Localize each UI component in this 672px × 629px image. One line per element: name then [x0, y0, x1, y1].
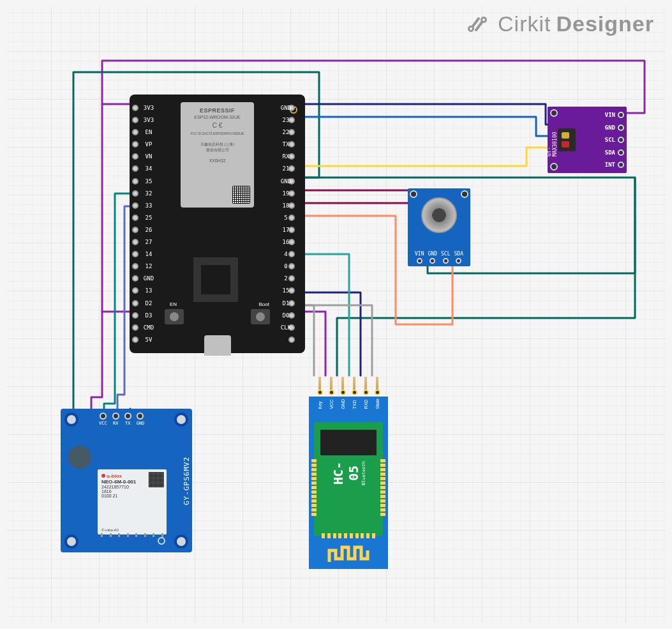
- esp32-pin-12[interactable]: 12: [132, 262, 146, 271]
- gps-pin-GND[interactable]: GND: [137, 413, 145, 426]
- esp32-pin-0[interactable]: 0: [288, 262, 302, 271]
- hc05-pin-State[interactable]: [375, 377, 380, 395]
- esp32-pin-18[interactable]: 18: [288, 201, 302, 210]
- brand-part1: Cirkit: [498, 11, 551, 36]
- max-pin-SDA[interactable]: SDA: [605, 149, 624, 156]
- esp32-pin-26[interactable]: 26: [132, 225, 146, 234]
- esp32-pin-5[interactable]: 5: [288, 213, 302, 222]
- antenna-icon: [326, 541, 371, 565]
- esp32-pin-D3[interactable]: D3: [132, 311, 146, 320]
- app-watermark: Cirkit Designer: [467, 11, 654, 36]
- max30100-model-label: GY-MAX30100: [546, 123, 558, 156]
- esp32-pin-16[interactable]: 16: [288, 238, 302, 246]
- brand-part2: Designer: [556, 11, 655, 36]
- mlx-pin-VIN[interactable]: VIN: [415, 251, 424, 264]
- hc05-pin-Key[interactable]: [317, 377, 323, 395]
- hc05-pinlabel-TXD: TXD: [352, 402, 357, 409]
- esp32-pin-D1[interactable]: D1: [288, 299, 302, 308]
- esp32-pin-35[interactable]: 35: [132, 177, 146, 186]
- gps-pin-TX[interactable]: TX: [124, 413, 131, 426]
- hc05-pin-RXD[interactable]: [363, 377, 369, 395]
- hc05-module[interactable]: KeyVCCGNDTXDRXDState HC-05 Bluetooth: [302, 377, 394, 594]
- esp32-pin-15[interactable]: 15: [288, 286, 302, 295]
- esp32-pin-3V3[interactable]: 3V3: [132, 103, 146, 112]
- esp32-pin-32[interactable]: 32: [132, 189, 146, 198]
- pulse-sensor-icon: [558, 128, 576, 151]
- boot-label: Boot: [259, 301, 269, 307]
- esp32-pin-D2[interactable]: D2: [132, 299, 146, 308]
- max-pin-INT[interactable]: INT: [605, 162, 624, 168]
- esp32-pin-33[interactable]: 33: [132, 201, 146, 210]
- esp32-pin-[interactable]: [288, 335, 302, 344]
- esp32-pin-CLK[interactable]: CLK: [288, 323, 302, 332]
- esp32-board[interactable]: 3V33V3ENVPVN343532332526271412GND13D2D3C…: [130, 95, 305, 353]
- hc05-pinlabel-State: State: [375, 402, 380, 409]
- esp32-pin-3V3[interactable]: 3V3: [132, 116, 146, 125]
- max-pin-VIN[interactable]: VIN: [605, 112, 624, 118]
- esp32-pin-23[interactable]: 23: [288, 116, 302, 125]
- hc05-pin-GND[interactable]: [340, 377, 346, 395]
- cirkit-logo-icon: [467, 15, 493, 34]
- gps-chip: u-blox NEO-6M-0-001 24221857710 1816 010…: [98, 469, 167, 534]
- esp32-pin-21[interactable]: 21: [288, 164, 302, 173]
- gps-pin-RX[interactable]: RX: [112, 413, 119, 426]
- max-pin-GND[interactable]: GND: [605, 125, 624, 131]
- hc05-pinlabel-RXD: RXD: [364, 402, 368, 409]
- esp32-pin-GND[interactable]: GND: [288, 177, 302, 186]
- esp32-pin-GND[interactable]: GND: [288, 103, 302, 112]
- esp32-pin-TX[interactable]: TX: [288, 140, 302, 149]
- esp32-pin-17[interactable]: 17: [288, 225, 302, 234]
- esp32-pin-EN[interactable]: EN: [132, 128, 146, 137]
- esp32-pin-34[interactable]: 34: [132, 164, 146, 173]
- esp32-shield: ESPRESSIF ESP32-WROOM-32UE C € FCC ID:2A…: [181, 102, 254, 208]
- mlx-pin-SCL[interactable]: SCL: [441, 251, 450, 264]
- svg-point-1: [482, 17, 486, 22]
- esp32-pin-4[interactable]: 4: [288, 250, 302, 259]
- en-label: EN: [170, 301, 177, 307]
- gps-pin-VCC[interactable]: VCC: [99, 413, 107, 426]
- gps-battery-icon: [68, 446, 91, 469]
- mlx-pin-GND[interactable]: GND: [428, 251, 437, 264]
- esp32-pin-GND[interactable]: GND: [132, 274, 146, 283]
- esp32-boot-button[interactable]: [251, 309, 270, 324]
- esp32-pin-VN[interactable]: VN: [132, 152, 146, 161]
- hc05-pinlabel-Key: Key: [318, 402, 322, 409]
- esp32-en-button[interactable]: [165, 309, 184, 324]
- hc05-submodule: HC-05 Bluetooth: [314, 422, 383, 536]
- hc05-pinlabel-GND: GND: [341, 402, 345, 409]
- esp32-pin-25[interactable]: 25: [132, 213, 146, 222]
- hc05-pin-TXD[interactable]: [352, 377, 357, 395]
- gps-ufl-icon: [158, 537, 165, 545]
- hc05-label: HC-05 Bluetooth: [331, 456, 366, 490]
- mlx90614-sensor[interactable]: VINGNDSCLSDA: [408, 188, 470, 266]
- max30100-sensor[interactable]: VINGNDSCLSDAINT GY-MAX30100: [548, 107, 627, 173]
- max-pin-SCL[interactable]: SCL: [605, 137, 624, 143]
- esp32-pin-CMD[interactable]: CMD: [132, 323, 146, 332]
- esp32-pin-2[interactable]: 2: [288, 274, 302, 283]
- gps-module[interactable]: VCCRXTXGND u-blox NEO-6M-0-001 242218577…: [61, 409, 192, 552]
- esp32-pin-27[interactable]: 27: [132, 238, 146, 246]
- mlx-pin-SDA[interactable]: SDA: [454, 251, 463, 264]
- esp32-pin-D0[interactable]: D0: [288, 311, 302, 320]
- esp32-pin-13[interactable]: 13: [132, 286, 146, 295]
- esp32-pin-5V[interactable]: 5V: [132, 335, 146, 344]
- esp32-bridge-chip: [193, 257, 238, 302]
- esp32-pin-14[interactable]: 14: [132, 250, 146, 259]
- esp32-pin-22[interactable]: 22: [288, 128, 302, 137]
- ir-sensor-icon: [421, 197, 457, 233]
- hc05-pin-VCC[interactable]: [329, 377, 334, 395]
- esp32-pin-19[interactable]: 19: [288, 189, 302, 198]
- gps-model-label: GY-GPS6MV2: [183, 456, 191, 504]
- ublox-dot: [101, 474, 105, 478]
- svg-point-0: [469, 26, 474, 31]
- micro-usb-icon: [204, 335, 231, 356]
- esp32-pin-VP[interactable]: VP: [132, 140, 146, 149]
- hc05-pinlabel-VCC: VCC: [329, 402, 334, 409]
- esp32-pin-RX[interactable]: RX: [288, 152, 302, 161]
